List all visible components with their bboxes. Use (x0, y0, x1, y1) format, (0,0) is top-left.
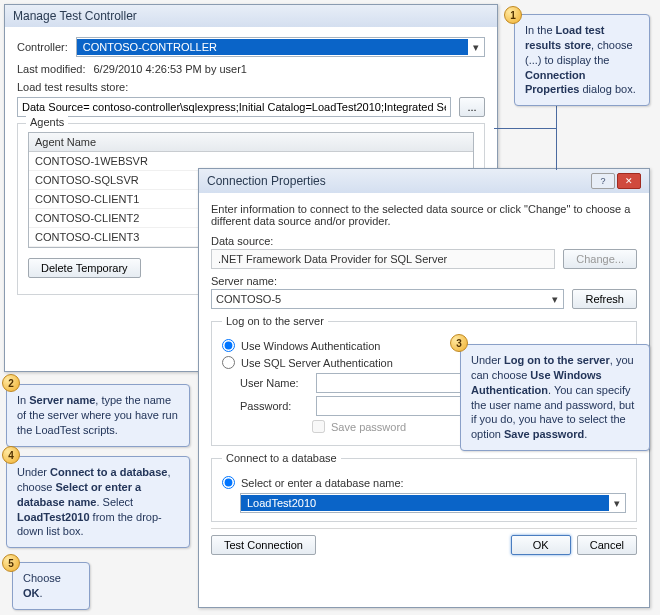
leader-line (494, 128, 556, 129)
callout-badge-1: 1 (504, 6, 522, 24)
chevron-down-icon[interactable]: ▾ (547, 293, 563, 306)
conn-intro: Enter information to connect to the sele… (211, 203, 637, 227)
save-password-checkbox (312, 420, 325, 433)
help-button[interactable]: ? (591, 173, 615, 189)
last-modified-label: Last modified: (17, 63, 85, 75)
connect-db-fieldset: Connect to a database Select or enter a … (211, 452, 637, 522)
agent-header: Agent Name (29, 133, 473, 152)
save-password-label: Save password (331, 421, 406, 433)
callout-2: In Server name, type the name of the ser… (6, 384, 190, 447)
ok-button[interactable]: OK (511, 535, 571, 555)
store-input[interactable] (17, 97, 451, 117)
server-name-value: CONTOSO-5 (212, 293, 547, 305)
username-label: User Name: (240, 377, 310, 389)
server-name-label: Server name: (211, 275, 637, 287)
controller-selected: CONTOSO-CONTROLLER (77, 39, 468, 55)
callout-4: Under Connect to a database, choose Sele… (6, 456, 190, 548)
controller-label: Controller: (17, 41, 68, 53)
callout-5: Choose OK. (12, 562, 90, 610)
database-dropdown[interactable]: LoadTest2010 ▾ (240, 493, 626, 513)
callout-1: In the Load test results store, choose (… (514, 14, 650, 106)
last-modified-value: 6/29/2010 4:26:53 PM by user1 (93, 63, 247, 75)
manage-titlebar: Manage Test Controller (5, 5, 497, 27)
change-button[interactable]: Change... (563, 249, 637, 269)
callout-badge-5: 5 (2, 554, 20, 572)
chevron-down-icon[interactable]: ▾ (468, 41, 484, 54)
controller-dropdown[interactable]: CONTOSO-CONTROLLER ▾ (76, 37, 485, 57)
conn-title: Connection Properties (207, 174, 326, 188)
close-icon: ✕ (625, 176, 633, 186)
conn-titlebar: Connection Properties ? ✕ (199, 169, 649, 193)
cancel-button[interactable]: Cancel (577, 535, 637, 555)
test-connection-button[interactable]: Test Connection (211, 535, 316, 555)
logon-legend: Log on to the server (222, 315, 328, 327)
refresh-button[interactable]: Refresh (572, 289, 637, 309)
separator (211, 528, 637, 529)
data-source-label: Data source: (211, 235, 637, 247)
password-label: Password: (240, 400, 310, 412)
connect-db-legend: Connect to a database (222, 452, 341, 464)
sql-auth-label: Use SQL Server Authentication (241, 357, 393, 369)
database-selected: LoadTest2010 (241, 495, 609, 511)
store-ellipsis-button[interactable]: ... (459, 97, 485, 117)
server-name-dropdown[interactable]: CONTOSO-5 ▾ (211, 289, 564, 309)
win-auth-radio[interactable] (222, 339, 235, 352)
callout-badge-4: 4 (2, 446, 20, 464)
select-db-label: Select or enter a database name: (241, 477, 404, 489)
callout-badge-2: 2 (2, 374, 20, 392)
store-label: Load test results store: (17, 81, 485, 93)
callout-3: Under Log on to the server, you can choo… (460, 344, 650, 451)
chevron-down-icon[interactable]: ▾ (609, 497, 625, 510)
callout-badge-3: 3 (450, 334, 468, 352)
agents-legend: Agents (26, 116, 68, 128)
win-auth-label: Use Windows Authentication (241, 340, 380, 352)
manage-title: Manage Test Controller (13, 9, 137, 23)
select-db-radio[interactable] (222, 476, 235, 489)
data-source-value: .NET Framework Data Provider for SQL Ser… (211, 249, 555, 269)
sql-auth-radio[interactable] (222, 356, 235, 369)
close-button[interactable]: ✕ (617, 173, 641, 189)
delete-temporary-button[interactable]: Delete Temporary (28, 258, 141, 278)
